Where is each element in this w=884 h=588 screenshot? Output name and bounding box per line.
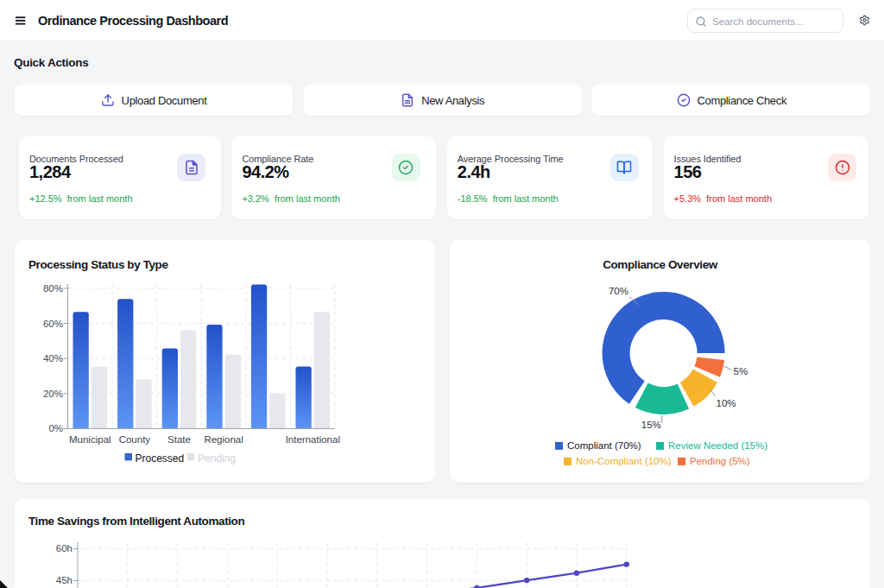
- svg-text:45h: 45h: [56, 575, 73, 585]
- svg-text:80%: 80%: [43, 282, 63, 293]
- svg-text:Non-Compliant (10%): Non-Compliant (10%): [576, 456, 672, 466]
- svg-text:0%: 0%: [48, 423, 63, 433]
- svg-text:40%: 40%: [43, 353, 63, 364]
- svg-text:Pending (5%): Pending (5%): [690, 456, 750, 466]
- svg-text:International: International: [286, 434, 340, 445]
- svg-text:Pending: Pending: [198, 452, 236, 464]
- svg-text:20%: 20%: [43, 388, 63, 398]
- svg-text:60%: 60%: [43, 318, 63, 328]
- svg-text:Compliant (70%): Compliant (70%): [567, 440, 641, 451]
- svg-text:Regional: Regional: [204, 434, 243, 445]
- svg-text:10%: 10%: [717, 398, 736, 408]
- svg-text:Processed: Processed: [136, 452, 185, 464]
- svg-text:Municipal: Municipal: [69, 434, 111, 445]
- svg-text:70%: 70%: [609, 286, 628, 296]
- svg-text:Review Needed (15%): Review Needed (15%): [668, 440, 767, 451]
- svg-text:60h: 60h: [56, 543, 73, 553]
- svg-text:State: State: [167, 434, 191, 445]
- svg-text:15%: 15%: [641, 420, 661, 430]
- svg-text:5%: 5%: [734, 366, 748, 376]
- svg-text:County: County: [119, 434, 151, 445]
